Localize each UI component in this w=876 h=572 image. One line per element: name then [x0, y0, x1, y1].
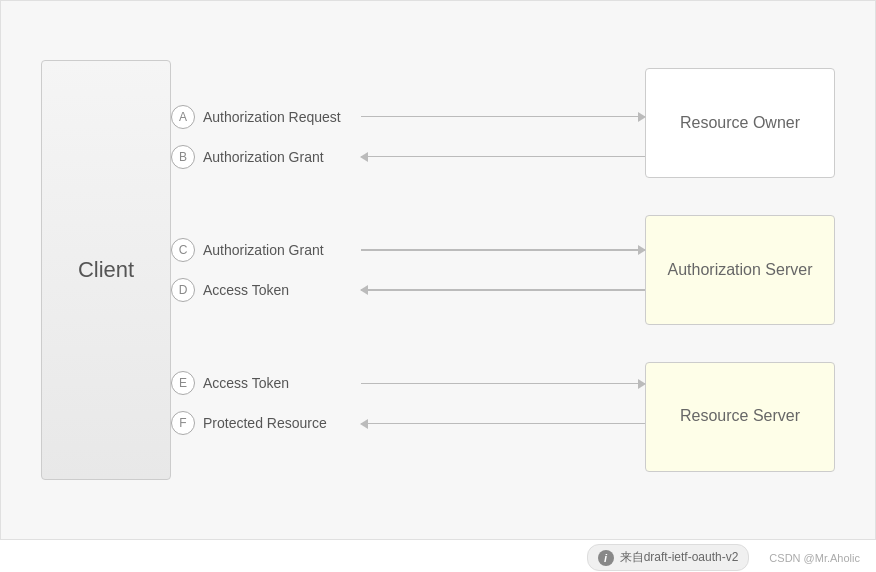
arrow-row-B: B Authorization Grant — [171, 141, 645, 173]
footer: i 来自draft-ietf-oauth-v2 CSDN @Mr.Aholic — [0, 540, 876, 572]
authorization-server-box: Authorization Server — [645, 215, 835, 325]
arrow-row-F: F Protected Resource — [171, 407, 645, 439]
client-label: Client — [78, 257, 134, 283]
arrows-area: A Authorization Request B Authorization … — [171, 60, 645, 480]
badge-E: E — [171, 371, 195, 395]
badge-F: F — [171, 411, 195, 435]
arrow-line-C — [361, 249, 645, 251]
arrow-line-F — [361, 423, 645, 425]
source-badge: i 来自draft-ietf-oauth-v2 — [587, 544, 750, 571]
arrow-row-D: D Access Token — [171, 274, 645, 306]
arrow-row-A: A Authorization Request — [171, 101, 645, 133]
client-box: Client — [41, 60, 171, 480]
badge-B: B — [171, 145, 195, 169]
source-text: 来自draft-ietf-oauth-v2 — [620, 549, 739, 566]
label-A: Authorization Request — [203, 109, 353, 125]
flow-group-auth-server: C Authorization Grant D Access Token — [171, 234, 645, 306]
resource-server-label: Resource Server — [680, 405, 800, 427]
resource-owner-box: Resource Owner — [645, 68, 835, 178]
info-icon: i — [598, 550, 614, 566]
badge-A: A — [171, 105, 195, 129]
resource-server-box: Resource Server — [645, 362, 835, 472]
label-D: Access Token — [203, 282, 353, 298]
arrow-line-D — [361, 289, 645, 291]
badge-C: C — [171, 238, 195, 262]
label-C: Authorization Grant — [203, 242, 353, 258]
label-B: Authorization Grant — [203, 149, 353, 165]
arrow-line-E — [361, 383, 645, 385]
servers-area: Resource Owner Authorization Server Reso… — [645, 60, 835, 480]
flow-group-resource-server: E Access Token F Protected Resource — [171, 367, 645, 439]
arrow-line-B — [361, 156, 645, 158]
label-E: Access Token — [203, 375, 353, 391]
label-F: Protected Resource — [203, 415, 353, 431]
authorization-server-label: Authorization Server — [668, 259, 813, 281]
diagram-container: Client A Authorization Request B Authori… — [0, 0, 876, 540]
flow-group-resource-owner: A Authorization Request B Authorization … — [171, 101, 645, 173]
resource-owner-label: Resource Owner — [680, 112, 800, 134]
csdn-author: CSDN @Mr.Aholic — [769, 552, 860, 564]
arrow-row-E: E Access Token — [171, 367, 645, 399]
badge-D: D — [171, 278, 195, 302]
arrow-row-C: C Authorization Grant — [171, 234, 645, 266]
arrow-line-A — [361, 116, 645, 118]
